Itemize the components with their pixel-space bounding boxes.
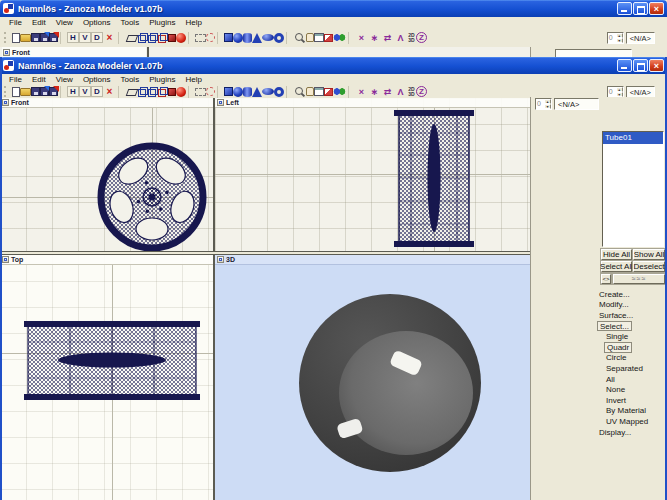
vertical-view-button[interactable]: V [79, 32, 91, 43]
zmodeler-menu-button[interactable]: Z [416, 32, 427, 43]
selection-dropdown[interactable]: <N/A> [626, 32, 655, 44]
viewport-vertical-splitter-top[interactable] [213, 98, 215, 251]
open-file-button[interactable] [20, 88, 31, 96]
skeleton-tool-button[interactable]: Λ [394, 86, 407, 98]
hide-all-button[interactable]: Hide All [601, 249, 632, 260]
close-button[interactable]: × [649, 59, 664, 72]
zoom-tool-button[interactable] [293, 32, 306, 44]
pan-tool-button[interactable] [306, 87, 314, 96]
spinner-down-icon[interactable]: ▾ [616, 38, 623, 43]
spinner-down-icon[interactable]: ▾ [616, 92, 623, 97]
panel-selection-dropdown[interactable]: <N/A> [554, 98, 599, 110]
create-cube-button[interactable] [224, 87, 233, 96]
create-cylinder-button[interactable] [243, 33, 252, 43]
material-editor-button[interactable] [333, 33, 346, 42]
mirror-tool-button[interactable]: ⇄ [381, 32, 394, 44]
sidebar-menu-separated[interactable]: Separated [604, 363, 645, 374]
menu-help[interactable]: Help [180, 75, 206, 84]
viewport-restore-icon[interactable] [3, 49, 10, 56]
import-button[interactable] [40, 33, 49, 42]
viewport-front-canvas[interactable]: Front [0, 98, 213, 251]
zoom-window-button[interactable] [314, 33, 324, 42]
save-file-button[interactable] [31, 33, 40, 42]
zoom-tool-button[interactable] [293, 86, 306, 98]
create-cube-button[interactable] [224, 33, 233, 42]
viewport-left-canvas[interactable]: Left [215, 98, 530, 251]
menu-plugins[interactable]: Plugins [144, 18, 180, 27]
lasso-select-button[interactable] [125, 32, 138, 44]
uv-edit-button[interactable] [324, 34, 333, 42]
cut-tool-button[interactable]: × [355, 86, 368, 98]
frame-spinner[interactable]: 0 ▴▾ [607, 32, 624, 44]
sidebar-menu-display[interactable]: Display... [597, 427, 633, 438]
deselect-button[interactable]: Deselect [633, 261, 665, 272]
pan-tool-button[interactable] [306, 33, 314, 42]
skeleton-tool-button[interactable]: Λ [394, 32, 407, 44]
menu-edit[interactable]: Edit [27, 75, 51, 84]
show-all-button[interactable]: Show All [633, 249, 665, 260]
zoom-window-button[interactable] [314, 87, 324, 96]
vertical-view-button[interactable]: V [79, 86, 91, 97]
viewport-top-canvas[interactable]: Top [0, 255, 213, 500]
object-list-item[interactable]: Tube01 [603, 132, 663, 144]
wire-cube-button[interactable] [138, 87, 148, 97]
dual-view-button[interactable]: D [91, 32, 103, 43]
lasso-select-button[interactable] [125, 86, 138, 98]
pivot-cube-button[interactable] [158, 87, 168, 97]
front-window-titlebar[interactable]: Namnlös - Zanoza Modeler v1.07b × [0, 57, 667, 74]
menu-view[interactable]: View [51, 18, 78, 27]
dual-view-button[interactable]: D [91, 86, 103, 97]
wire-cube-alt-button[interactable] [148, 33, 158, 43]
open-file-button[interactable] [20, 34, 31, 42]
minimize-button[interactable] [617, 2, 632, 15]
weld-tool-button[interactable]: ∗ [368, 32, 381, 44]
restore-button[interactable] [633, 59, 648, 72]
menu-help[interactable]: Help [180, 18, 206, 27]
back-window-titlebar[interactable]: Namnlös - Zanoza Modeler v1.07b × [0, 0, 667, 17]
create-torus-button[interactable] [274, 87, 284, 97]
sidebar-menu-by-material[interactable]: By Material [604, 406, 648, 417]
close-button[interactable]: × [649, 2, 664, 15]
hide-toggle-button[interactable]: × [103, 32, 116, 44]
menu-edit[interactable]: Edit [27, 18, 51, 27]
restore-button[interactable] [633, 2, 648, 15]
panel-rollup-button[interactable]: ≈≈≈ [613, 274, 665, 284]
create-cone-button[interactable] [252, 33, 262, 43]
red-cube-button[interactable] [168, 34, 176, 42]
export-button[interactable] [49, 87, 58, 96]
sidebar-menu-circle[interactable]: Circle [604, 353, 628, 364]
frame-spinner[interactable]: 0 ▴▾ [607, 86, 624, 98]
menu-options[interactable]: Options [78, 75, 116, 84]
material-editor-button[interactable] [333, 87, 346, 96]
toolbar-grip[interactable] [4, 32, 9, 43]
menu-file[interactable]: File [4, 18, 27, 27]
viewport-restore-icon[interactable] [217, 99, 224, 106]
mode-2d3d-button[interactable]: 2D 3D [407, 32, 416, 44]
viewport-restore-icon[interactable] [2, 99, 9, 106]
sidebar-menu-select[interactable]: Select... [597, 321, 632, 332]
sidebar-menu-create[interactable]: Create... [597, 289, 632, 300]
menu-file[interactable]: File [4, 75, 27, 84]
weld-tool-button[interactable]: ∗ [368, 86, 381, 98]
mirror-tool-button[interactable]: ⇄ [381, 86, 394, 98]
mode-2d3d-button[interactable]: 2D 3D [407, 86, 416, 98]
menu-plugins[interactable]: Plugins [144, 75, 180, 84]
menu-view[interactable]: View [51, 75, 78, 84]
menu-tools[interactable]: Tools [115, 75, 144, 84]
create-ellipsoid-button[interactable] [262, 34, 274, 41]
horizontal-view-button[interactable]: H [67, 32, 79, 43]
menu-tools[interactable]: Tools [115, 18, 144, 27]
new-file-button[interactable] [12, 87, 20, 97]
object-listbox[interactable]: Tube01 [602, 131, 664, 247]
wire-cube-alt-button[interactable] [148, 87, 158, 97]
sidebar-menu-uv-mapped[interactable]: UV Mapped [604, 416, 650, 427]
circle-select-button[interactable] [206, 87, 215, 96]
zmodeler-menu-button[interactable]: Z [416, 86, 427, 97]
panel-collapse-button[interactable]: <> [601, 274, 611, 284]
viewport-restore-icon[interactable] [2, 256, 9, 263]
uv-edit-button[interactable] [324, 88, 333, 96]
create-sphere-button[interactable] [233, 33, 243, 43]
pivot-cube-button[interactable] [158, 33, 168, 43]
horizontal-view-button[interactable]: H [67, 86, 79, 97]
vertex-sphere-button[interactable] [176, 33, 186, 43]
